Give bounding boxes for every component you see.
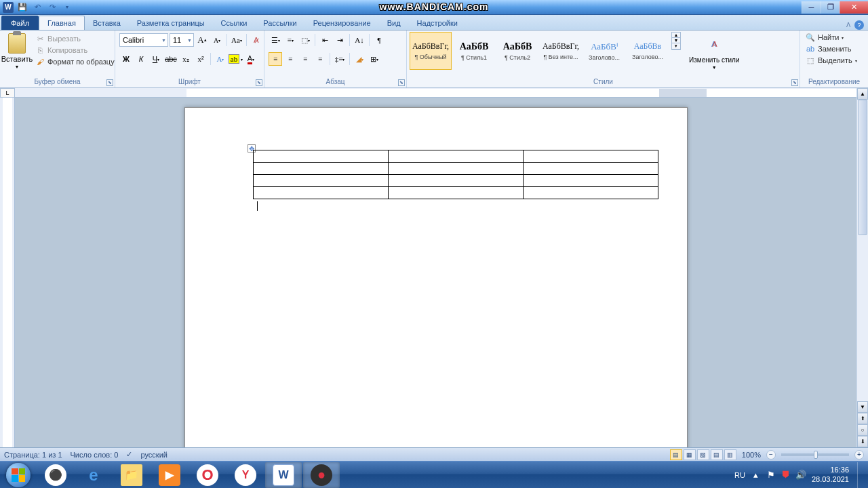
- decrease-indent-button[interactable]: ⇤: [318, 33, 332, 47]
- tray-volume-icon[interactable]: 🔊: [795, 470, 806, 481]
- align-center-button[interactable]: ≡: [283, 52, 297, 66]
- task-yandex-browser[interactable]: Y: [227, 462, 264, 488]
- shrink-font-button[interactable]: A▾: [210, 33, 224, 47]
- view-web-button[interactable]: ▧: [697, 449, 709, 460]
- view-outline-button[interactable]: ▤: [711, 449, 723, 460]
- shading-button[interactable]: ◢▾: [353, 52, 366, 66]
- ribbon-minimize-button[interactable]: ᐱ: [846, 22, 850, 28]
- page-container[interactable]: ✥: [15, 98, 856, 447]
- align-right-button[interactable]: ≡: [298, 52, 312, 66]
- show-desktop-button[interactable]: [857, 462, 863, 488]
- view-print-layout-button[interactable]: ▤: [670, 449, 682, 460]
- document-page[interactable]: ✥: [184, 107, 688, 447]
- styles-scroll[interactable]: ▲▼▾: [671, 32, 681, 50]
- underline-button[interactable]: Ч▾: [149, 52, 163, 66]
- help-button[interactable]: ?: [854, 20, 864, 30]
- zoom-in-button[interactable]: +: [854, 450, 864, 460]
- text-effects-button[interactable]: A▾: [214, 52, 227, 66]
- window-close-button[interactable]: ✕: [840, 1, 868, 14]
- qat-undo-button[interactable]: ↶: [31, 1, 43, 14]
- tray-flag-icon[interactable]: ⚑: [766, 470, 776, 481]
- sort-button[interactable]: A↓: [353, 33, 366, 47]
- status-proofing[interactable]: ✓: [126, 450, 132, 459]
- style-no-spacing[interactable]: АаБбВвГг,¶ Без инте...: [540, 32, 582, 70]
- superscript-button[interactable]: x²: [194, 52, 208, 66]
- tab-addins[interactable]: Надстройки: [409, 16, 466, 30]
- scroll-down-button[interactable]: ▼: [857, 401, 868, 413]
- start-button[interactable]: [0, 462, 37, 489]
- format-painter-button[interactable]: 🖌Формат по образцу: [33, 56, 117, 67]
- zoom-slider-thumb[interactable]: [814, 451, 818, 459]
- window-minimize-button[interactable]: ─: [802, 1, 821, 14]
- borders-button[interactable]: ⊞▾: [368, 52, 381, 66]
- bold-button[interactable]: Ж: [119, 52, 133, 66]
- show-marks-button[interactable]: ¶: [372, 33, 386, 47]
- tab-home[interactable]: Главная: [39, 16, 85, 30]
- align-left-button[interactable]: ≡: [269, 52, 282, 66]
- task-explorer[interactable]: 📁: [113, 462, 150, 488]
- select-button[interactable]: ⬚Выделить▾: [803, 55, 860, 66]
- change-case-button[interactable]: Aa▾: [230, 33, 243, 47]
- scroll-thumb[interactable]: [858, 100, 867, 235]
- task-opera[interactable]: O: [189, 462, 226, 488]
- font-size-combo[interactable]: 11▼: [170, 33, 194, 47]
- bullets-button[interactable]: ☰▾: [269, 33, 282, 47]
- view-fullscreen-button[interactable]: ▦: [684, 449, 696, 460]
- style-1[interactable]: АаБбВ¶ Стиль1: [453, 32, 495, 70]
- clipboard-launcher[interactable]: ⬊: [106, 79, 113, 86]
- qat-redo-button[interactable]: ↷: [46, 1, 58, 14]
- clear-formatting-button[interactable]: A̷: [250, 33, 263, 47]
- document-table[interactable]: [253, 150, 658, 199]
- task-yandex[interactable]: ⚫: [37, 462, 74, 488]
- cut-button[interactable]: ✂Вырезать: [33, 33, 117, 44]
- status-language[interactable]: русский: [140, 451, 167, 459]
- status-word-count[interactable]: Число слов: 0: [71, 451, 119, 459]
- vertical-ruler[interactable]: L: [0, 88, 15, 447]
- tab-file[interactable]: Файл: [1, 16, 39, 30]
- tab-references[interactable]: Ссылки: [213, 16, 256, 30]
- tray-language[interactable]: RU: [734, 471, 745, 479]
- style-2[interactable]: АаБбВ¶ Стиль2: [496, 32, 538, 70]
- tray-clock[interactable]: 16:36 28.03.2021: [812, 466, 849, 483]
- task-ie[interactable]: e: [75, 462, 112, 488]
- line-spacing-button[interactable]: ‡≡▾: [333, 52, 347, 66]
- grow-font-button[interactable]: A▴: [195, 33, 209, 47]
- task-bandicam[interactable]: ●: [303, 462, 340, 488]
- task-media-player[interactable]: ▶: [151, 462, 188, 488]
- font-color-button[interactable]: A▾: [244, 52, 258, 66]
- paste-button[interactable]: Вставить ▼: [3, 32, 31, 70]
- qat-customize-button[interactable]: ▼: [61, 1, 73, 14]
- tab-view[interactable]: Вид: [379, 16, 409, 30]
- strikethrough-button[interactable]: abc: [164, 52, 178, 66]
- zoom-slider[interactable]: [781, 453, 849, 456]
- vertical-scrollbar[interactable]: ▲ ▼ ⬆ ○ ⬇: [856, 88, 868, 447]
- tray-security-icon[interactable]: ⛊: [781, 470, 791, 481]
- increase-indent-button[interactable]: ⇥: [333, 33, 347, 47]
- numbering-button[interactable]: ≡▾: [283, 33, 297, 47]
- find-button[interactable]: 🔍Найти▾: [803, 32, 860, 43]
- task-word[interactable]: W: [265, 462, 302, 488]
- zoom-level[interactable]: 100%: [742, 451, 761, 459]
- scroll-up-button[interactable]: ▲: [857, 88, 868, 100]
- change-styles-button[interactable]: AA Изменить стили ▼: [685, 32, 743, 71]
- style-normal[interactable]: АаБбВвГг,¶ Обычный: [410, 32, 452, 70]
- multilevel-list-button[interactable]: ⬚▾: [298, 33, 312, 47]
- replace-button[interactable]: abЗаменить: [803, 43, 860, 54]
- tray-show-hidden-icon[interactable]: ▴: [751, 470, 762, 481]
- style-heading1[interactable]: АаБбВᴵЗаголово...: [583, 32, 625, 70]
- paragraph-launcher[interactable]: ⬊: [398, 79, 405, 86]
- tab-review[interactable]: Рецензирование: [305, 16, 379, 30]
- font-name-combo[interactable]: Calibri▼: [119, 33, 168, 47]
- tab-insert[interactable]: Вставка: [85, 16, 129, 30]
- browse-prev-button[interactable]: ⬆: [857, 413, 868, 424]
- status-page[interactable]: Страница: 1 из 1: [4, 451, 62, 459]
- copy-button[interactable]: ⎘Копировать: [33, 45, 117, 56]
- font-launcher[interactable]: ⬊: [256, 79, 262, 86]
- zoom-out-button[interactable]: −: [766, 450, 776, 460]
- highlight-button[interactable]: ab: [229, 54, 239, 64]
- browse-object-button[interactable]: ○: [857, 424, 868, 436]
- justify-button[interactable]: ≡: [313, 52, 327, 66]
- qat-save-button[interactable]: 💾: [16, 1, 28, 14]
- subscript-button[interactable]: x₂: [179, 52, 193, 66]
- style-heading2[interactable]: АаБбВвЗаголово...: [627, 32, 669, 70]
